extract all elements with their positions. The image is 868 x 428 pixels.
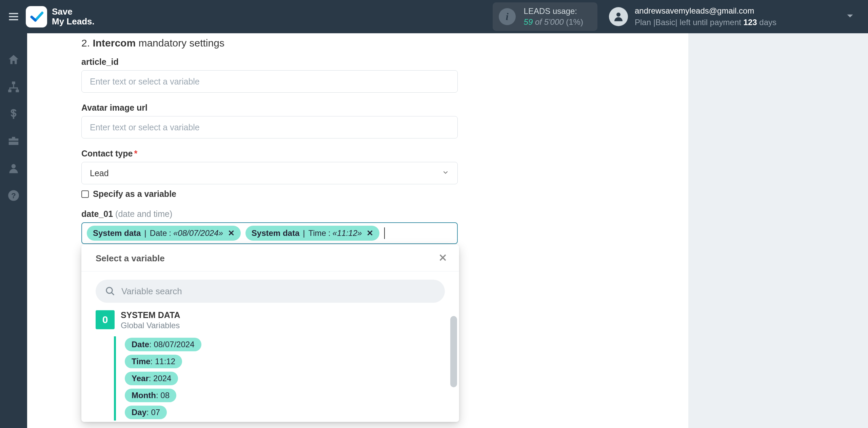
variable-tag[interactable]: System data|Date: «08/07/2024»✕ xyxy=(87,226,241,241)
label-date01: date_01 (date and time) xyxy=(81,209,461,219)
usage-value: 59 of 5'000 (1%) xyxy=(524,17,583,27)
variable-option[interactable]: Time: 11:12 xyxy=(125,355,182,368)
chevron-down-icon xyxy=(442,168,449,178)
sidebar: ? xyxy=(0,33,27,428)
svg-point-3 xyxy=(616,13,620,17)
group-title: SYSTEM DATA xyxy=(121,310,180,320)
scrollbar[interactable] xyxy=(450,316,457,387)
section-title: 2. Intercom mandatory settings xyxy=(81,37,461,49)
logo-text: Save My Leads. xyxy=(52,7,95,26)
svg-line-13 xyxy=(112,293,114,295)
variable-list: Date: 08/07/2024 Time: 11:12 Year: 2024 … xyxy=(114,336,201,421)
user-icon[interactable] xyxy=(6,161,21,176)
top-bar: Save My Leads. i LEADS usage: 59 of 5'00… xyxy=(0,0,868,33)
settings-card: 2. Intercom mandatory settings article_i… xyxy=(27,33,688,428)
leads-usage-box: i LEADS usage: 59 of 5'000 (1%) xyxy=(493,2,597,31)
input-article-id[interactable] xyxy=(81,70,458,93)
input-avatar-url[interactable] xyxy=(81,116,458,138)
variable-search[interactable] xyxy=(96,280,445,303)
group-index-badge: 0 xyxy=(96,310,115,329)
variable-tag[interactable]: System data|Time: «11:12»✕ xyxy=(245,226,380,241)
label-contact-type: Contact type* xyxy=(81,149,461,159)
logo[interactable]: Save My Leads. xyxy=(26,6,95,27)
variable-option[interactable]: Date: 08/07/2024 xyxy=(125,338,201,351)
home-icon[interactable] xyxy=(6,52,21,67)
menu-toggle[interactable] xyxy=(6,9,21,24)
user-menu[interactable]: andrewsavemyleads@gmail.com Plan |Basic|… xyxy=(609,5,856,28)
usage-label: LEADS usage: xyxy=(524,6,583,17)
label-avatar-url: Avatar image url xyxy=(81,103,461,113)
svg-point-12 xyxy=(106,287,113,294)
chevron-down-icon xyxy=(844,10,856,23)
svg-rect-5 xyxy=(8,90,12,92)
variable-search-input[interactable] xyxy=(121,286,435,297)
user-email: andrewsavemyleads@gmail.com xyxy=(635,5,776,17)
variable-option[interactable]: Month: 08 xyxy=(125,389,176,402)
variable-option[interactable]: Day: 07 xyxy=(125,406,167,419)
variable-group[interactable]: 0 SYSTEM DATA Global Variables xyxy=(81,310,459,330)
search-icon xyxy=(105,286,115,296)
svg-point-7 xyxy=(12,164,16,168)
remove-tag-icon[interactable]: ✕ xyxy=(228,228,235,238)
checkbox-input[interactable] xyxy=(81,190,89,198)
help-icon[interactable]: ? xyxy=(6,188,21,203)
svg-rect-4 xyxy=(12,81,15,84)
group-subtitle: Global Variables xyxy=(121,321,180,330)
dropdown-title: Select a variable xyxy=(96,253,165,264)
logo-badge xyxy=(26,6,47,27)
remove-tag-icon[interactable]: ✕ xyxy=(367,228,373,238)
svg-text:?: ? xyxy=(11,191,16,200)
input-date01[interactable]: System data|Date: «08/07/2024»✕ System d… xyxy=(81,222,458,244)
checkbox-specify-variable[interactable]: Specify as a variable xyxy=(81,189,461,199)
dollar-icon[interactable] xyxy=(6,107,21,122)
text-caret xyxy=(384,227,385,239)
briefcase-icon[interactable] xyxy=(6,134,21,149)
user-plan: Plan |Basic| left until payment 123 days xyxy=(635,17,776,28)
info-icon: i xyxy=(499,8,516,25)
close-icon[interactable] xyxy=(438,253,448,264)
variable-option[interactable]: Year: 2024 xyxy=(125,372,178,385)
select-contact-type[interactable]: Lead xyxy=(81,162,458,184)
sitemap-icon[interactable] xyxy=(6,79,21,94)
variable-dropdown: Select a variable 0 SYSTEM DATA Global V… xyxy=(81,245,459,422)
label-article-id: article_id xyxy=(81,57,461,67)
svg-rect-6 xyxy=(16,90,19,92)
avatar-icon xyxy=(609,7,628,26)
